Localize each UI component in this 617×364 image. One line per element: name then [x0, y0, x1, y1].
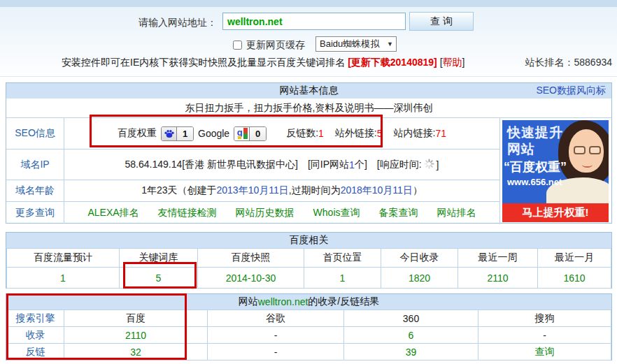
ad-line1: 快速提升: [507, 124, 563, 142]
search-engine-cell: 搜狗: [478, 310, 611, 327]
address-label: 请输入网站地址：: [139, 17, 217, 29]
webmaster-rank: 站长排名：5886934: [525, 57, 612, 69]
install-note-line: 安装控件即可在IE内核下获得实时快照及批量显示百度关键词排名 [更新下载2014…: [62, 57, 464, 69]
collect-query-link[interactable]: 查询: [535, 346, 555, 357]
baidu-related-value-cell: 2110: [458, 268, 538, 289]
basic-info-header: 网站基本信息 SEO数据风向标: [6, 83, 611, 99]
baidu-related-value-cell: 1610: [538, 268, 611, 289]
more-query-link[interactable]: 网站历史数据: [236, 207, 295, 219]
webmaster-rank-value: 5886934: [574, 57, 612, 68]
help-link[interactable]: 帮助: [443, 57, 462, 68]
collect-value-cell: 6: [344, 327, 478, 344]
domain-ip-label[interactable]: 域名IP: [20, 159, 49, 171]
baidu-related-value-cell: 2014-10-30: [198, 268, 304, 289]
collect-value-cell: 2110: [64, 327, 208, 344]
domain-ip-row: 域名IP 58.64.149.14[香港 新世界电讯数据中心] [同IP网站1个…: [6, 149, 499, 180]
collect-data-row: 收录2110-6-: [7, 327, 611, 344]
baidu-related-header: 百度相关: [6, 233, 611, 248]
inlink-value: 71: [435, 128, 446, 139]
expire-date-link[interactable]: 2018年10月11日: [341, 184, 413, 197]
webmaster-rank-label: 站长排名：: [525, 57, 574, 68]
created-date-link[interactable]: 2013年10月11日: [216, 184, 288, 197]
ad-line2: 网站: [507, 140, 535, 159]
google-pr-value: 0: [250, 127, 266, 140]
more-query-link[interactable]: 备案查询: [379, 207, 418, 219]
baidu-related-value-cell: 1: [7, 268, 120, 289]
collect-query-cell: 查询: [478, 344, 611, 361]
search-engine-cell: 360: [344, 310, 478, 327]
more-query-row: 更多查询 ALEXA排名友情链接检测网站历史数据Whois查询备案查询网站排名: [6, 201, 499, 224]
more-query-label[interactable]: 更多查询: [15, 207, 55, 219]
baidu-related-header-cell: 今日收录: [381, 249, 458, 268]
google-pr-badge[interactable]: g 0: [234, 126, 267, 141]
age-middle: ,过期时间为: [289, 184, 341, 197]
update-download-link[interactable]: [更新下载20140819]: [348, 57, 437, 68]
install-note-text: 安装控件即可在IE内核下获得实时快照及批量显示百度关键词排名: [62, 57, 345, 68]
collect-row-label: 反链: [26, 346, 45, 357]
collect-value-cell: 32: [64, 344, 208, 361]
collect-result-panel: 网站 welltron.net 的收录/反链结果 搜索引擎 百度谷歌360搜狗 …: [6, 293, 612, 361]
address-input[interactable]: [222, 13, 406, 30]
glasses-icon: [574, 146, 586, 154]
baidu-related-header-row: 百度流量预计关键词库百度快照首页位置今日收录最近一周最近一月: [7, 249, 611, 268]
collect-empty-cell: -: [208, 327, 344, 344]
ad-url: www.656.net: [507, 177, 562, 187]
spider-simulate-select[interactable]: Baidu蜘蛛模拟 ▼: [315, 36, 397, 52]
loading-spinner-icon: [424, 159, 434, 171]
baidu-related-value-row: 152014-10-301182021101610: [7, 268, 611, 289]
refresh-cache-checkbox[interactable]: [233, 41, 242, 50]
more-query-link[interactable]: 友情链接检测: [158, 207, 217, 219]
baidu-related-header-cell: 关键词库: [120, 249, 198, 268]
baidu-weight-label: 百度权重: [118, 127, 157, 140]
collect-empty-cell: -: [478, 327, 611, 344]
more-query-link[interactable]: ALEXA排名: [87, 207, 139, 219]
query-button[interactable]: 查 询: [409, 12, 474, 31]
baidu-related-value-cell: 1820: [381, 268, 458, 289]
search-engine-label: 搜索引擎: [16, 312, 55, 323]
seo-info-label[interactable]: SEO信息: [15, 127, 55, 140]
spider-select-value: Baidu蜘蛛模拟: [320, 38, 379, 50]
baidu-related-header-cell: 百度流量预计: [7, 249, 120, 268]
help-bracket-close: ]: [462, 57, 465, 68]
more-query-link[interactable]: 网站排名: [437, 207, 476, 219]
baidu-weight-badge[interactable]: 1: [161, 126, 194, 141]
baidu-related-title: 百度相关: [290, 234, 329, 247]
collect-title-domain: welltron.net: [258, 296, 308, 307]
chevron-down-icon: ▼: [387, 41, 393, 48]
text-ad-line[interactable]: 东日扭力扳手，扭力扳手价格,资料及说明书——深圳伟创: [6, 99, 611, 117]
baidu-related-value-cell: 1: [304, 268, 381, 289]
baidu-related-header-cell: 首页位置: [304, 249, 381, 268]
collect-title-prefix: 网站: [239, 296, 258, 308]
ad-cta-button[interactable]: 马上提升权重!: [502, 203, 609, 222]
basic-info-panel: 网站基本信息 SEO数据风向标 东日扭力扳手，扭力扳手价格,资料及说明书——深圳…: [6, 82, 612, 224]
response-time-close: ]: [437, 159, 439, 170]
collect-value-cell: 39: [344, 344, 478, 361]
baidu-related-value-cell: 5: [120, 268, 198, 289]
age-prefix: 1年23天（创建于: [141, 184, 216, 197]
search-engine-row: 搜索引擎 百度谷歌360搜狗: [7, 310, 611, 327]
domain-age-label[interactable]: 域名年龄: [15, 184, 55, 197]
baidu-weight-ad-banner[interactable]: 快速提升 网站 “百度权重” www.656.net 马上提升权重!: [502, 120, 609, 222]
seo-info-row: SEO信息 百度权重 1 Google: [6, 118, 499, 149]
text-ad-link[interactable]: 东日扭力扳手，扭力扳手价格,资料及说明书——深圳伟创: [185, 102, 433, 115]
seo-trend-link[interactable]: SEO数据风向标: [536, 85, 606, 97]
response-time-open: [响应时间:: [377, 159, 422, 171]
search-engine-cell: 百度: [64, 310, 208, 327]
baidu-paw-icon: [162, 127, 177, 140]
collect-data-row: 反链32-39查询: [7, 344, 611, 361]
baidu-related-header-cell: 百度快照: [198, 249, 304, 268]
outlink-value: 5: [377, 128, 383, 139]
backlink-value: 1: [318, 128, 324, 139]
age-suffix: ）: [413, 184, 423, 197]
baidu-related-panel: 百度相关 百度流量预计关键词库百度快照首页位置今日收录最近一周最近一月 1520…: [6, 232, 612, 289]
domain-age-row: 域名年龄 1年23天（创建于2013年10月11日,过期时间为2018年10月1…: [6, 180, 499, 201]
more-query-link[interactable]: Whois查询: [313, 207, 360, 219]
collect-header: 网站 welltron.net 的收录/反链结果: [6, 294, 611, 310]
baidu-weight-value: 1: [177, 127, 193, 140]
same-ip-count-link[interactable]: 1: [349, 159, 355, 170]
baidu-related-header-cell: 最近一周: [458, 249, 538, 268]
ad-line3: “百度权重”: [504, 159, 567, 175]
backlink-label: 反链数:: [286, 127, 318, 140]
same-ip-close: 个]: [355, 159, 367, 171]
ip-address-text: 58.64.149.14[香港 新世界电讯数据中心]: [125, 159, 298, 171]
